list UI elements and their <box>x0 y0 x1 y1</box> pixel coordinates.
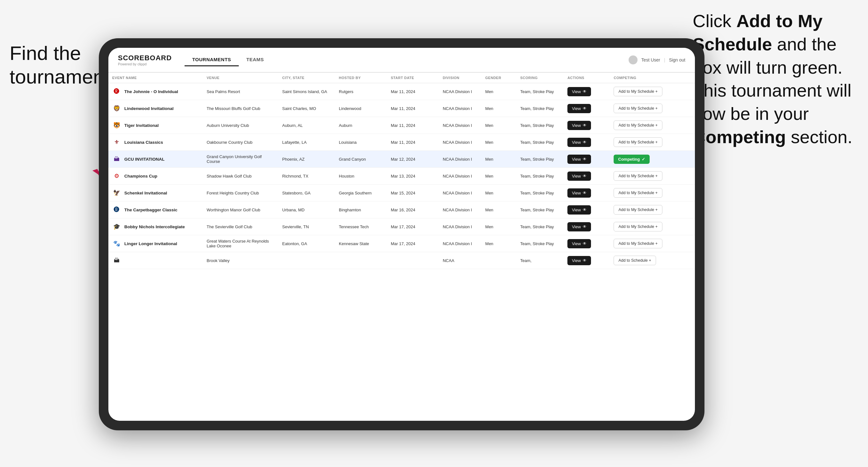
table-row: 🐾 Linger Longer Invitational Great Water… <box>108 235 695 252</box>
event-cell: 🦅 Schenkel Invitational <box>112 188 199 197</box>
view-button[interactable]: View 👁 <box>567 104 591 113</box>
view-button[interactable]: View 👁 <box>567 188 591 198</box>
date-cell: Mar 17, 2024 <box>387 235 439 252</box>
gender-cell: Men <box>481 218 517 235</box>
division-cell: NCAA Division I <box>439 100 481 117</box>
host-cell: Auburn <box>335 117 387 134</box>
add-to-schedule-button[interactable]: Add to My Schedule + <box>614 171 662 181</box>
scoring-cell: Team, Stroke Play <box>517 83 564 100</box>
competing-cell: Add to My Schedule + <box>610 117 695 134</box>
scoring-cell: Team, Stroke Play <box>517 168 564 185</box>
col-header-competing: COMPETING <box>610 73 695 83</box>
actions-cell: View 👁 <box>564 218 610 235</box>
add-to-schedule-button[interactable]: Add to Schedule + <box>614 256 656 265</box>
add-to-schedule-button[interactable]: Add to My Schedule + <box>614 239 662 248</box>
logo-text: SCOREBOARD <box>118 54 172 62</box>
view-label: View <box>572 224 581 229</box>
table-row: 🎓 Bobby Nichols Intercollegiate The Sevi… <box>108 218 695 235</box>
venue-cell: Shadow Hawk Golf Club <box>203 168 278 185</box>
event-name: The Carpetbagger Classic <box>124 208 178 212</box>
tab-tournaments[interactable]: TOURNAMENTS <box>185 54 239 66</box>
add-to-schedule-button[interactable]: Add to My Schedule + <box>614 222 662 231</box>
table-row: 🏔 Brook ValleyNCAATeam, View 👁 Add to Sc… <box>108 252 695 269</box>
view-label: View <box>572 208 581 212</box>
venue-cell: Brook Valley <box>203 252 278 269</box>
date-cell: Mar 11, 2024 <box>387 100 439 117</box>
team-logo: ⚙ <box>112 172 121 180</box>
app-header: SCOREBOARD Powered by clippd TOURNAMENTS… <box>108 48 695 73</box>
tab-teams[interactable]: TEAMS <box>239 54 272 66</box>
add-to-schedule-button[interactable]: Add to My Schedule + <box>614 205 662 215</box>
col-header-event: EVENT NAME <box>108 73 203 83</box>
add-to-schedule-button[interactable]: Add to My Schedule + <box>614 103 662 113</box>
date-cell: Mar 11, 2024 <box>387 83 439 100</box>
division-cell: NCAA Division I <box>439 134 481 151</box>
host-cell: Grand Canyon <box>335 151 387 168</box>
scoring-cell: Team, Stroke Play <box>517 201 564 218</box>
view-button[interactable]: View 👁 <box>567 87 591 96</box>
division-cell: NCAA Division I <box>439 168 481 185</box>
eye-icon: 👁 <box>583 224 587 229</box>
team-logo: 🅡 <box>112 87 121 96</box>
view-button[interactable]: View 👁 <box>567 138 591 147</box>
view-button[interactable]: View 👁 <box>567 239 591 248</box>
event-cell: 🐯 Tiger Invitational <box>112 121 199 130</box>
view-button[interactable]: View 👁 <box>567 256 591 265</box>
tablet-frame: SCOREBOARD Powered by clippd TOURNAMENTS… <box>99 38 705 430</box>
event-name: Champions Cup <box>124 174 157 179</box>
gender-cell: Men <box>481 83 517 100</box>
view-button[interactable]: View 👁 <box>567 222 591 231</box>
date-cell <box>387 252 439 269</box>
sign-out-link[interactable]: Sign out <box>669 57 685 62</box>
scoring-cell: Team, Stroke Play <box>517 218 564 235</box>
view-button[interactable]: View 👁 <box>567 121 591 130</box>
view-label: View <box>572 89 581 94</box>
date-cell: Mar 11, 2024 <box>387 134 439 151</box>
view-label: View <box>572 191 581 195</box>
actions-cell: View 👁 <box>564 168 610 185</box>
city-cell: Sevierville, TN <box>278 218 335 235</box>
gender-cell <box>481 252 517 269</box>
host-cell: Louisiana <box>335 134 387 151</box>
view-label: View <box>572 241 581 246</box>
gender-cell: Men <box>481 168 517 185</box>
col-header-scoring: SCORING <box>517 73 564 83</box>
view-label: View <box>572 140 581 145</box>
add-to-schedule-button[interactable]: Add to My Schedule + <box>614 87 662 96</box>
actions-cell: View 👁 <box>564 252 610 269</box>
view-button[interactable]: View 👁 <box>567 155 591 164</box>
gender-cell: Men <box>481 235 517 252</box>
host-cell: Binghamton <box>335 201 387 218</box>
competing-button[interactable]: Competing ✓ <box>614 155 650 164</box>
city-cell: Urbana, MD <box>278 201 335 218</box>
right-annotation-end: section. <box>786 127 852 147</box>
view-button[interactable]: View 👁 <box>567 172 591 181</box>
team-logo: 🅑 <box>112 205 121 214</box>
tablet-screen: SCOREBOARD Powered by clippd TOURNAMENTS… <box>108 48 695 421</box>
venue-cell: Worthington Manor Golf Club <box>203 201 278 218</box>
gender-cell: Men <box>481 134 517 151</box>
event-cell: ⚜ Louisiana Classics <box>112 138 199 147</box>
event-cell: 🐾 Linger Longer Invitational <box>112 239 199 248</box>
city-cell: Eatonton, GA <box>278 235 335 252</box>
event-cell: 🅡 The Johnnie - O Individual <box>112 87 199 96</box>
team-logo: 🐾 <box>112 239 121 248</box>
venue-cell: The Sevierville Golf Club <box>203 218 278 235</box>
add-schedule-label: Add to My Schedule + <box>618 174 658 178</box>
add-to-schedule-button[interactable]: Add to My Schedule + <box>614 121 662 130</box>
scoring-cell: Team, Stroke Play <box>517 235 564 252</box>
right-annotation-start: Click <box>693 11 736 31</box>
add-schedule-label: Add to My Schedule + <box>618 123 658 127</box>
venue-cell: Sea Palms Resort <box>203 83 278 100</box>
add-to-schedule-button[interactable]: Add to My Schedule + <box>614 137 662 147</box>
event-cell: 🎓 Bobby Nichols Intercollegiate <box>112 222 199 231</box>
table-body: 🅡 The Johnnie - O Individual Sea Palms R… <box>108 83 695 269</box>
add-to-schedule-button[interactable]: Add to My Schedule + <box>614 188 662 198</box>
eye-icon: 👁 <box>583 241 587 246</box>
host-cell: Rutgers <box>335 83 387 100</box>
table-row: 🦅 Schenkel Invitational Forest Heights C… <box>108 185 695 201</box>
view-button[interactable]: View 👁 <box>567 205 591 215</box>
add-schedule-label: Add to My Schedule + <box>618 224 658 229</box>
eye-icon: 👁 <box>583 174 587 178</box>
event-cell: ⚙ Champions Cup <box>112 172 199 180</box>
